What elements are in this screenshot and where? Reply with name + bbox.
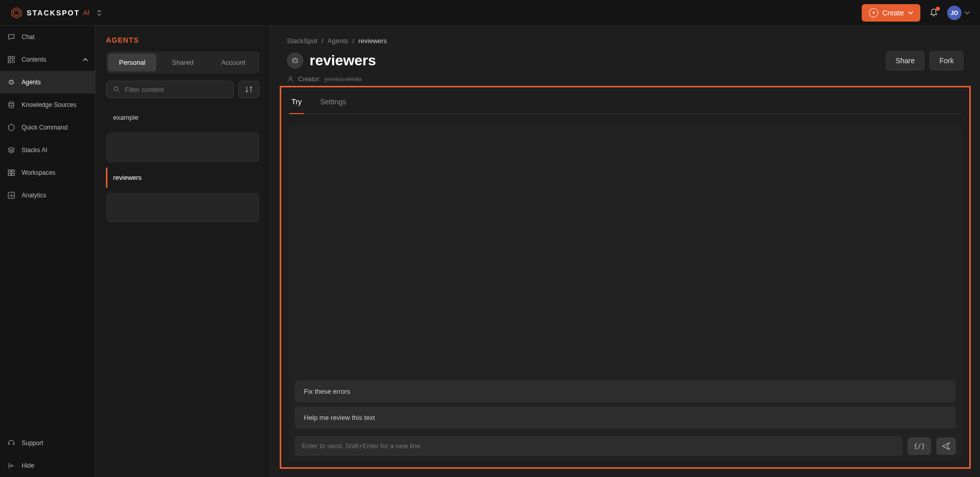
svg-rect-12: [8, 170, 11, 172]
nav-contents[interactable]: Contents: [0, 48, 95, 71]
code-block-button[interactable]: {/}: [908, 437, 931, 455]
svg-rect-3: [12, 57, 14, 59]
context-selector-icon[interactable]: [97, 9, 102, 16]
suggestion-review-text[interactable]: Help me review this text: [295, 407, 956, 429]
chat-input-container[interactable]: [295, 436, 902, 456]
tab-settings[interactable]: Settings: [318, 90, 349, 114]
notification-badge: [936, 7, 940, 11]
tabs-row: Try Settings: [288, 90, 962, 114]
crumb-root[interactable]: StackSpot: [287, 37, 317, 45]
tab-personal[interactable]: Personal: [108, 53, 156, 71]
nav-label: Workspaces: [22, 169, 56, 176]
nav-label: Stacks AI: [22, 146, 47, 154]
header-left: STACKSPOT AI: [10, 7, 102, 19]
nav-label: Knowledge Sources: [22, 101, 77, 108]
nav-label: Analytics: [22, 192, 46, 199]
create-label: Create: [882, 9, 904, 17]
app-header: STACKSPOT AI + Create JO: [0, 0, 980, 26]
user-icon: [287, 76, 294, 83]
nav-workspaces[interactable]: Workspaces: [0, 161, 95, 184]
svg-rect-4: [8, 60, 11, 63]
workspaces-icon: [7, 169, 15, 177]
crumb-sep: /: [352, 37, 354, 45]
suggestion-fix-errors[interactable]: Fix these errors: [295, 380, 956, 402]
list-item[interactable]: [106, 133, 260, 162]
svg-line-22: [118, 90, 119, 92]
list-item[interactable]: example: [106, 107, 260, 127]
nav-hide[interactable]: Hide: [0, 454, 95, 477]
nav-label: Agents: [22, 79, 41, 86]
tab-try[interactable]: Try: [289, 90, 304, 114]
content-list: example reviewers: [106, 107, 260, 223]
primary-sidebar: Chat Contents Agents Knowledge Sources: [0, 26, 96, 477]
nav-stacks-ai[interactable]: Stacks AI: [0, 139, 95, 161]
svg-point-27: [289, 77, 292, 79]
search-icon: [113, 85, 121, 94]
nav-analytics[interactable]: Analytics: [0, 184, 95, 207]
avatar: JO: [947, 6, 961, 20]
nav-label: Quick Command: [22, 124, 67, 131]
nav-label: Chat: [22, 33, 34, 41]
creator-name: jessica.olinda: [324, 76, 361, 83]
svg-marker-11: [9, 124, 14, 131]
notifications-button[interactable]: [929, 8, 939, 18]
brand-suffix: AI: [83, 9, 89, 16]
svg-rect-2: [8, 57, 11, 59]
stackspot-logo-icon: [10, 7, 23, 19]
nav-agents[interactable]: Agents: [0, 71, 95, 94]
tab-shared[interactable]: Shared: [158, 53, 207, 71]
stacks-icon: [7, 146, 15, 154]
creator-row: Creator: jessica.olinda: [287, 76, 964, 83]
create-button[interactable]: + Create: [862, 4, 920, 22]
svg-rect-15: [12, 173, 14, 175]
filter-input-container[interactable]: [106, 81, 234, 98]
agent-icon: [287, 52, 303, 69]
nav-chat[interactable]: Chat: [0, 26, 95, 48]
knowledge-icon: [7, 101, 15, 109]
main-content: StackSpot / Agents / reviewers reviewers…: [270, 26, 980, 477]
page-header: reviewers Share Fork: [287, 51, 964, 70]
scope-tabs: Personal Shared Account: [106, 51, 260, 74]
analytics-icon: [7, 191, 15, 199]
svg-point-10: [9, 102, 13, 104]
brand-text: STACKSPOT: [27, 9, 80, 17]
chevron-down-icon: [908, 11, 913, 14]
chevron-up-icon: [83, 58, 88, 61]
list-item[interactable]: [106, 193, 260, 223]
panel-title: AGENTS: [106, 36, 260, 44]
secondary-panel: AGENTS Personal Shared Account example r…: [96, 26, 270, 477]
nav-knowledge-sources[interactable]: Knowledge Sources: [0, 94, 95, 116]
svg-rect-14: [8, 173, 11, 175]
support-icon: [7, 439, 15, 447]
highlighted-region: Try Settings Fix these errors Help me re…: [280, 86, 971, 469]
contents-icon: [7, 56, 15, 64]
chat-messages: [295, 132, 956, 380]
chat-input-row: {/}: [295, 436, 956, 456]
svg-rect-23: [293, 59, 298, 63]
share-button[interactable]: Share: [886, 51, 924, 70]
chevron-down-icon: [965, 11, 970, 14]
plus-circle-icon: +: [869, 8, 878, 17]
nav-quick-command[interactable]: Quick Command: [0, 116, 95, 139]
chat-icon: [7, 33, 15, 41]
svg-point-21: [114, 87, 118, 91]
chat-input[interactable]: [302, 442, 895, 450]
tab-account[interactable]: Account: [209, 53, 258, 71]
fork-button[interactable]: Fork: [930, 51, 964, 70]
user-menu[interactable]: JO: [947, 6, 970, 20]
svg-rect-13: [12, 170, 14, 172]
list-item-selected[interactable]: reviewers: [106, 168, 260, 188]
crumb-section[interactable]: Agents: [328, 37, 348, 45]
svg-rect-6: [9, 81, 13, 84]
sort-icon: [245, 85, 253, 94]
filter-input[interactable]: [125, 86, 227, 94]
agents-icon: [7, 78, 15, 86]
nav-label: Support: [22, 439, 43, 447]
svg-point-25: [296, 60, 297, 61]
send-button[interactable]: [936, 437, 956, 455]
creator-label: Creator:: [298, 76, 320, 83]
send-icon: [941, 442, 951, 451]
sort-button[interactable]: [238, 81, 260, 98]
filter-row: [106, 81, 260, 98]
nav-support[interactable]: Support: [0, 432, 95, 454]
